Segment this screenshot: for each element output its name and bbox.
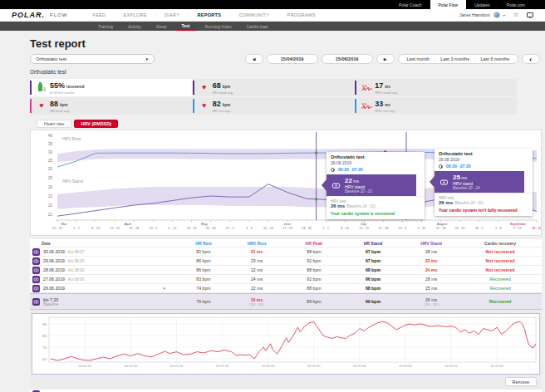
svg-text:25 - 31: 25 - 31 (52, 227, 62, 230)
chat-bubble-icon[interactable] (527, 12, 533, 17)
remove-button[interactable]: Remove (505, 377, 537, 386)
hr-test-chart[interactable]: 9080706000:00:4000:01:0000:01:2000:01:40… (32, 313, 540, 375)
subnav-activity[interactable]: Activity (121, 22, 148, 31)
svg-text:70: 70 (42, 345, 47, 350)
hrv-stand-baseline: Baseline 20 - 23 (345, 189, 372, 194)
table-row[interactable]: 27.06.2019klo 08:00 83 bpm 24 ms 92 bpm … (30, 275, 542, 284)
subnav-sleep[interactable]: Sleep (150, 22, 174, 31)
stat-unit: recovered (66, 85, 85, 89)
col-hr-peak[interactable]: HR Peak (284, 241, 344, 246)
hrv-rest-baseline: (Baseline 24 - 32) (346, 204, 376, 208)
hrv-stand-unit: ms (461, 175, 467, 180)
favorites-star-icon[interactable]: ☆ (513, 12, 518, 18)
page-content: Test report Orthostatic test ▼ ◀ 15/04/2… (0, 31, 545, 392)
table-row[interactable]: 29.06.2019klo 08:00 86 bpm 23 ms 92 bpm … (30, 257, 542, 266)
range-last-3-months[interactable]: Last 3 months (435, 56, 474, 61)
subnav-cardio-load[interactable]: Cardio load (240, 22, 275, 31)
subnav-training[interactable]: Training (91, 22, 120, 31)
row-date: 26.06.2019 (43, 286, 65, 291)
link-polar-flow[interactable]: Polar Flow (430, 0, 467, 9)
col-hrv-rest[interactable]: HRV Rest (229, 241, 284, 246)
cell-hrv-rest: 22 ms (229, 286, 284, 291)
nav-divider: | (229, 12, 230, 17)
col-hrv-stand[interactable]: HRV Stand (402, 241, 460, 246)
svg-text:9 - 15: 9 - 15 (513, 227, 522, 230)
tab-hrv-rmssd[interactable]: HRV (RMSSD) (74, 120, 118, 128)
orthostatic-watch-icon (331, 181, 341, 190)
link-updates[interactable]: Updates (466, 0, 498, 9)
svg-text:6 - 12: 6 - 12 (169, 227, 177, 230)
stat-unit: ms (385, 103, 390, 107)
cell-hrv-rest: 24 ms (229, 277, 284, 282)
recovery-status-text: Your cardio system is recovered (327, 209, 425, 219)
next-period-button[interactable]: ▶ (376, 54, 395, 64)
nav-item-feed[interactable]: FEED (87, 12, 110, 17)
col-date[interactable]: Date (30, 241, 178, 246)
nav-item-reports[interactable]: REPORTS (192, 12, 226, 17)
cell-hr-rest: 86 bpm (178, 258, 229, 263)
date-from-input[interactable]: 15/04/2019 (267, 54, 318, 64)
subnav-test[interactable]: Test (175, 22, 197, 31)
tab-heart-rate[interactable]: Heart rate (37, 120, 71, 128)
contrast-toggle-button[interactable]: ◐ (522, 54, 540, 64)
nav-item-diary[interactable]: DIARY (160, 12, 184, 17)
table-row[interactable]: 28.06.2019klo 08:00 86 bpm 22 ms 88 bpm … (30, 266, 542, 275)
report-subnav: Training Activity Sleep Test Running Ind… (0, 22, 545, 31)
svg-text:R·R: R·R (362, 85, 367, 88)
cell-hr-rest: 74 bpm (178, 286, 229, 291)
test-type-select[interactable]: Orthostatic test ▼ (30, 54, 155, 64)
svg-text:April: April (125, 222, 131, 226)
prev-period-button[interactable]: ◀ (245, 54, 263, 64)
cell-hrv-stand: 28 ms (402, 249, 460, 254)
stat-hr-stand-avg: ♥ 68bpm HR stand avg (193, 79, 355, 96)
svg-text:13 - 19: 13 - 19 (187, 227, 197, 230)
hrv-stand-value: 22 (345, 177, 352, 184)
nav-item-explore[interactable]: EXPLORE (119, 12, 152, 17)
orthostatic-test-icon (32, 285, 40, 292)
col-cardio-recovery[interactable]: Cardio recovery (460, 241, 540, 246)
stat-unit: bpm (60, 103, 68, 107)
table-row-expanded[interactable]: 26.06.2019▼ 74 bpm 22 ms 88 bpm 68 bpm 2… (30, 284, 542, 293)
svg-text:00:03:00: 00:03:00 (399, 364, 412, 368)
hrv-trend-chart[interactable]: 4035302520HRV Rest2524232221HRV Stand25 … (30, 130, 542, 236)
svg-text:21: 21 (48, 213, 53, 217)
polar-logo[interactable]: POLAR. (12, 11, 45, 19)
contrast-icon: ◐ (529, 56, 533, 62)
nav-item-community[interactable]: COMMUNITY (233, 12, 274, 17)
user-menu[interactable]: Janet Hamilton ▾ ☆ (459, 12, 533, 18)
hrv-stand-value: 25 (453, 174, 460, 181)
svg-text:July: July (361, 222, 366, 226)
nav-item-programs[interactable]: PROGRAMS (282, 12, 321, 17)
link-polar-com[interactable]: Polar.com (498, 0, 533, 9)
date-to-input[interactable]: 15/06/2019 (322, 54, 373, 64)
subnav-running-index[interactable]: Running Index (198, 22, 238, 31)
cell-hr-rest: 86 bpm (178, 267, 229, 272)
cell-recovery: Recovered (460, 286, 540, 291)
svg-text:24 - 30: 24 - 30 (302, 227, 312, 230)
report-controls: Orthostatic test ▼ ◀ 15/04/2019 15/06/20… (30, 54, 540, 64)
stat-color-bar (355, 81, 356, 95)
stat-hrv-stand-avg: R·R 17ms HRV stand avg (355, 79, 517, 96)
svg-text:20: 20 (48, 167, 53, 171)
svg-text:2 - 8: 2 - 8 (495, 227, 502, 230)
svg-text:29 - 5: 29 - 5 (150, 227, 158, 230)
test-end-time: 07:20 (352, 167, 363, 172)
link-polar-coach[interactable]: Polar Coach (390, 0, 430, 9)
cell-recovery: Not recovered (460, 258, 540, 263)
col-hr-rest[interactable]: HR Rest (178, 241, 229, 246)
user-avatar[interactable] (493, 12, 500, 18)
stat-hr-rest-avg: ♥ 82bpm HR rest avg (193, 97, 355, 115)
user-name: Janet Hamilton (459, 12, 490, 17)
table-row[interactable]: 30.06.2019klo 08:07 82 bpm 21 ms 88 bpm … (30, 247, 542, 257)
range-last-month[interactable]: Last month (402, 56, 435, 61)
svg-text:June: June (283, 222, 291, 226)
test-tooltip-2: Orthostatic test 26.08.2019 06:20 07:20 … (435, 149, 533, 216)
svg-text:00:02:40: 00:02:40 (353, 364, 366, 368)
collapse-caret-icon[interactable]: ▼ (163, 287, 166, 291)
svg-text:25: 25 (48, 176, 53, 180)
stat-value: 55% (50, 81, 65, 90)
stat-sublabel: HR stand avg (213, 91, 233, 95)
cell-hr-rest: 82 bpm (178, 249, 229, 254)
col-hr-stand[interactable]: HR Stand (344, 241, 402, 246)
range-last-6-months[interactable]: Last 6 months (475, 56, 514, 61)
